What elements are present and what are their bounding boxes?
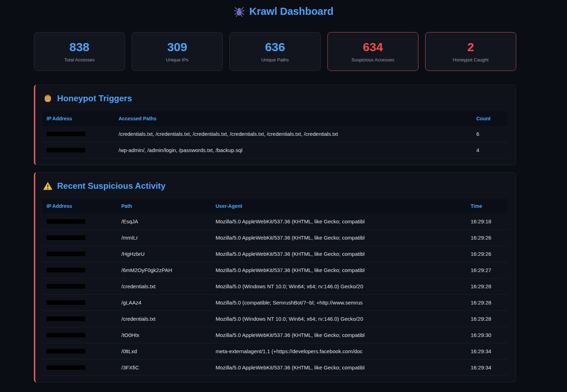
column-header-count: Count <box>472 111 507 126</box>
page-title-text: Krawl Dashboard <box>249 6 334 17</box>
stats-row: 838 Total Accesses 309 Unique IPs 636 Un… <box>34 32 516 71</box>
stat-value: 636 <box>265 41 285 53</box>
activity-row: /credentials.txt Mozilla/5.0 (Windows NT… <box>42 311 507 327</box>
time-cell: 16:29:26 <box>466 246 507 262</box>
column-header-time: Time <box>466 199 507 213</box>
honeypot-table-header: IP Address Accessed Paths Count <box>42 111 507 126</box>
honeypot-panel-title-text: Honeypot Triggers <box>57 94 132 103</box>
stat-card: 634 Suspicious Accesses <box>327 32 418 71</box>
stat-label: Total Accesses <box>64 57 95 62</box>
path-cell: /mmILr <box>117 230 211 246</box>
stat-card: 636 Unique Paths <box>229 32 320 71</box>
accessed-paths-cell: /wp-admin/, /admin/login, /passwords.txt… <box>114 142 472 158</box>
stat-value: 838 <box>70 41 90 53</box>
time-cell: 16:29:28 <box>466 311 507 327</box>
ip-address-cell <box>42 142 114 158</box>
activity-row: /gLAAz4 Mozilla/5.0 (compatible; Semrush… <box>42 295 507 311</box>
redacted-ip-bar <box>47 252 85 256</box>
redacted-ip-bar <box>47 132 85 136</box>
stat-value: 634 <box>363 41 383 53</box>
user-agent-cell: Mozilla/5.0 (Windows NT 10.0; Win64; x64… <box>211 311 466 327</box>
warning-icon <box>43 181 53 191</box>
user-agent-cell: Mozilla/5.0 AppleWebKit/537.36 (KHTML, l… <box>211 213 466 230</box>
activity-table: IP Address Path User-Agent Time /EsqJA M… <box>42 199 507 376</box>
stat-card: 309 Unique IPs <box>132 32 223 71</box>
activity-row: /mmILr Mozilla/5.0 AppleWebKit/537.36 (K… <box>42 230 507 246</box>
user-agent-cell: Mozilla/5.0 (compatible; SemrushBot/7~bl… <box>211 295 466 311</box>
column-header-user-agent: User-Agent <box>211 199 466 213</box>
user-agent-cell: Mozilla/5.0 AppleWebKit/537.36 (KHTML, l… <box>211 360 466 376</box>
honeypot-panel-title: Honeypot Triggers <box>43 94 507 103</box>
time-cell: 16:29:30 <box>466 327 507 343</box>
column-header-ip-address: IP Address <box>42 111 114 126</box>
path-cell: /6mM2OyF0gk2zPAH <box>117 262 211 278</box>
path-cell: /HgHzbrU <box>117 246 211 262</box>
activity-row: /HgHzbrU Mozilla/5.0 AppleWebKit/537.36 … <box>42 246 507 262</box>
spider-icon <box>234 6 245 17</box>
accessed-paths-cell: /credentials.txt, /credentials.txt, /cre… <box>114 126 472 142</box>
column-header-ip-address: IP Address <box>42 199 117 213</box>
path-cell: /credentials.txt <box>117 278 211 295</box>
honeypot-table: IP Address Accessed Paths Count /credent… <box>42 111 507 158</box>
path-cell: /3FXfiC <box>117 360 211 376</box>
user-agent-cell: Mozilla/5.0 (Windows NT 10.0; Win64; x64… <box>211 278 466 295</box>
stat-label: Honeypot Caught <box>453 57 488 62</box>
activity-table-header: IP Address Path User-Agent Time <box>42 199 507 213</box>
stat-value: 309 <box>167 41 187 53</box>
path-cell: /0ltLxd <box>117 343 211 360</box>
activity-row: /EsqJA Mozilla/5.0 AppleWebKit/537.36 (K… <box>42 213 507 230</box>
path-cell: /gLAAz4 <box>117 295 211 311</box>
column-header-path: Path <box>117 199 211 213</box>
time-cell: 16:29:28 <box>466 295 507 311</box>
redacted-ip-bar <box>47 333 85 337</box>
count-cell: 4 <box>472 142 507 158</box>
redacted-ip-bar <box>47 284 85 289</box>
time-cell: 16:29:28 <box>466 278 507 295</box>
path-cell: /credentials.txt <box>117 311 211 327</box>
page-title: Krawl Dashboard <box>0 0 567 17</box>
time-cell: 16:29:34 <box>466 343 507 360</box>
user-agent-cell: meta-externalagent/1.1 (+https://develop… <box>211 343 466 360</box>
activity-row: /0ltLxd meta-externalagent/1.1 (+https:/… <box>42 343 507 360</box>
ip-address-cell <box>42 213 117 230</box>
activity-row: /6mM2OyF0gk2zPAH Mozilla/5.0 AppleWebKit… <box>42 262 507 278</box>
redacted-ip-bar <box>47 268 85 272</box>
redacted-ip-bar <box>47 300 85 305</box>
user-agent-cell: Mozilla/5.0 AppleWebKit/537.36 (KHTML, l… <box>211 246 466 262</box>
time-cell: 16:29:18 <box>466 213 507 230</box>
ip-address-cell <box>42 343 117 360</box>
time-cell: 16:29:26 <box>466 230 507 246</box>
ip-address-cell <box>42 262 117 278</box>
ip-address-cell <box>42 126 114 142</box>
ip-address-cell <box>42 246 117 262</box>
ip-address-cell <box>42 311 117 327</box>
ip-address-cell <box>42 278 117 295</box>
activity-row: /tO0Htx Mozilla/5.0 AppleWebKit/537.36 (… <box>42 327 507 343</box>
path-cell: /tO0Htx <box>117 327 211 343</box>
user-agent-cell: Mozilla/5.0 AppleWebKit/537.36 (KHTML, l… <box>211 230 466 246</box>
user-agent-cell: Mozilla/5.0 AppleWebKit/537.36 (KHTML, l… <box>211 327 466 343</box>
honeypot-row: /credentials.txt, /credentials.txt, /cre… <box>42 126 507 142</box>
ip-address-cell <box>42 327 117 343</box>
honeypot-triggers-panel: Honeypot Triggers IP Address Accessed Pa… <box>34 85 516 165</box>
ip-address-cell <box>42 230 117 246</box>
time-cell: 16:29:34 <box>466 360 507 376</box>
honeypot-icon <box>43 94 53 103</box>
redacted-ip-bar <box>47 235 85 240</box>
activity-panel-title-text: Recent Suspicious Activity <box>57 181 165 191</box>
activity-panel-title: Recent Suspicious Activity <box>43 181 507 191</box>
redacted-ip-bar <box>47 316 85 321</box>
column-header-accessed-paths: Accessed Paths <box>114 111 472 126</box>
path-cell: /EsqJA <box>117 213 211 230</box>
activity-row: /credentials.txt Mozilla/5.0 (Windows NT… <box>42 278 507 295</box>
ip-address-cell <box>42 295 117 311</box>
dashboard-container: 838 Total Accesses 309 Unique IPs 636 Un… <box>34 32 516 382</box>
stat-card: 838 Total Accesses <box>34 32 125 71</box>
redacted-ip-bar <box>47 148 85 152</box>
count-cell: 6 <box>472 126 507 142</box>
stat-label: Unique IPs <box>166 57 189 62</box>
stat-card: 2 Honeypot Caught <box>425 32 516 71</box>
redacted-ip-bar <box>47 365 85 370</box>
stat-value: 2 <box>467 41 474 53</box>
ip-address-cell <box>42 360 117 376</box>
